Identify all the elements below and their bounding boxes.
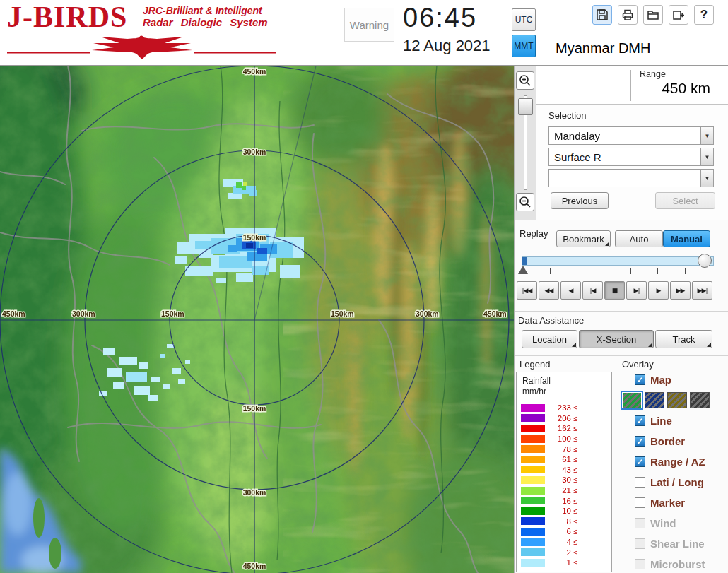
legend-color-swatch (521, 548, 545, 556)
overlay-item-microburst[interactable]: Microburst (621, 554, 728, 573)
checkbox-marker[interactable] (635, 497, 645, 508)
data-assistance-x-section-button[interactable]: X-Section (579, 330, 654, 348)
map-style-green-hatch[interactable] (622, 392, 642, 408)
import-data-button[interactable] (669, 5, 688, 25)
submenu-corner-icon (605, 242, 609, 246)
step-forward-button[interactable]: ▶| (626, 281, 647, 300)
zoom-slider-handle[interactable] (518, 98, 533, 115)
replay-slider-track[interactable] (522, 256, 714, 266)
checkbox-border[interactable]: ✓ (635, 436, 645, 447)
map-style-olive-hatch[interactable] (667, 392, 687, 408)
legend-value: 1 (550, 558, 571, 567)
submenu-corner-icon (648, 343, 652, 347)
overlay-item-border[interactable]: ✓Border (621, 431, 728, 451)
overlay-item-marker[interactable]: Marker (621, 492, 728, 513)
legend-color-swatch (521, 559, 545, 567)
overlay-item-range-az[interactable]: ✓Range / AZ (621, 451, 728, 472)
print-button[interactable] (618, 5, 638, 25)
import-icon (671, 8, 686, 22)
legend-lte-symbol: ≤ (573, 486, 577, 495)
legend-row: 1≤ (517, 557, 612, 568)
logo-subtitle-line1: JRC-Brilliant & Intelligent (143, 5, 268, 16)
radar-map[interactable]: 450km 300km 150km 150km 300km 450km 450k… (0, 66, 514, 573)
selection-panel: Range 450 km Selection Mandalay ▼ Surfac… (536, 66, 728, 220)
legend-value: 43 (550, 466, 571, 474)
save-button[interactable] (592, 5, 612, 25)
fast-rewind-button[interactable]: ◀◀ (539, 281, 559, 300)
clock-date: 12 Aug 2021 (403, 37, 491, 55)
stop-button[interactable]: ■ (604, 281, 625, 300)
zoom-in-button[interactable] (516, 71, 534, 90)
play-button[interactable]: ▶ (648, 281, 669, 300)
legend-value: 4 (550, 538, 571, 546)
option-dropdown-value (549, 170, 700, 187)
legend-color-swatch (521, 497, 545, 504)
help-button[interactable]: ? (694, 5, 714, 25)
bookmark-button[interactable]: Bookmark (556, 230, 611, 247)
toolbar: ? (592, 5, 714, 25)
overlay-item-label: Map (650, 374, 671, 386)
replay-slider-handle[interactable] (698, 254, 712, 268)
manual-mode-button[interactable]: Manual (663, 230, 710, 247)
legend-value: 206 (550, 414, 571, 423)
option-dropdown[interactable]: ▼ (548, 169, 714, 187)
chevron-down-icon[interactable]: ▼ (700, 170, 713, 187)
legend-value: 78 (550, 445, 571, 454)
selection-label: Selection (548, 110, 586, 121)
checkbox-shear-line[interactable] (635, 538, 645, 549)
overlay-item-line[interactable]: ✓Line (621, 410, 728, 431)
legend-value: 10 (550, 507, 571, 515)
legend-title-line2: mm/hr (522, 386, 546, 396)
step-back-button[interactable]: |◀ (582, 281, 603, 300)
legend-row: 162≤ (517, 423, 612, 434)
checkbox-wind[interactable] (635, 518, 645, 528)
data-assistance-location-button[interactable]: Location (522, 330, 577, 348)
radar-map-area[interactable]: 450km 300km 150km 150km 300km 450km 450k… (0, 66, 514, 573)
overlay-item-lati-long[interactable]: Lati / Long (621, 472, 728, 492)
overlay-item-wind[interactable]: Wind (621, 513, 728, 533)
map-style-gray-hatch[interactable] (690, 392, 710, 408)
fast-forward-button[interactable]: ▶▶ (670, 281, 691, 300)
legend-value: 61 (550, 455, 571, 463)
legend-row: 10≤ (517, 506, 612, 516)
warning-indicator[interactable]: Warning (344, 8, 394, 42)
checkbox-lati-long[interactable] (635, 477, 645, 488)
open-folder-button[interactable] (643, 5, 663, 25)
mmt-toggle-button[interactable]: MMT (512, 35, 536, 57)
legend-color-swatch (521, 507, 545, 515)
chevron-down-icon[interactable]: ▼ (700, 127, 713, 144)
skip-to-start-button[interactable]: |◀◀ (517, 281, 537, 300)
rainfall-legend: Rainfall mm/hr 233≤206≤162≤100≤78≤61≤43≤… (516, 372, 612, 572)
replay-position-marker-icon[interactable] (518, 266, 528, 274)
legend-value: 6 (550, 527, 571, 536)
checkbox-map[interactable]: ✓ (635, 374, 645, 385)
checkbox-range-az[interactable]: ✓ (635, 456, 645, 467)
zoom-out-button[interactable] (516, 193, 534, 211)
app-logo-subtitle: JRC-Brilliant & Intelligent Radar Dialog… (143, 5, 268, 28)
legend-value: 21 (550, 486, 571, 495)
previous-button[interactable]: Previous (551, 192, 609, 209)
fast-forward-icon: ▶▶ (676, 287, 685, 294)
chevron-down-icon[interactable]: ▼ (700, 148, 713, 165)
legend-lte-symbol: ≤ (573, 507, 577, 515)
skip-to-end-button[interactable]: ▶▶| (692, 281, 712, 300)
legend-color-swatch (521, 476, 545, 484)
select-button[interactable]: Select (655, 192, 715, 209)
product-dropdown[interactable]: Surface R ▼ (548, 148, 714, 166)
overlay-item-map[interactable]: ✓Map (621, 370, 728, 390)
bookmark-label: Bookmark (563, 234, 604, 244)
auto-mode-button[interactable]: Auto (615, 230, 663, 247)
play-reverse-button[interactable]: ◀ (560, 281, 581, 300)
checkbox-line[interactable]: ✓ (635, 415, 645, 426)
checkbox-microburst[interactable] (635, 559, 645, 569)
map-style-navy-hatch[interactable] (645, 392, 664, 408)
site-dropdown[interactable]: Mandalay ▼ (548, 126, 714, 145)
ring-label: 450km (243, 562, 266, 570)
control-panel: Range 450 km Selection Mandalay ▼ Surfac… (514, 66, 728, 573)
overlay-item-shear-line[interactable]: Shear Line (621, 533, 728, 554)
ring-label: 300km (243, 148, 266, 156)
clock-time: 06:45 (403, 3, 477, 33)
utc-toggle-button[interactable]: UTC (512, 8, 536, 31)
zoom-out-icon (518, 195, 532, 209)
data-assistance-track-button[interactable]: Track (655, 330, 712, 348)
